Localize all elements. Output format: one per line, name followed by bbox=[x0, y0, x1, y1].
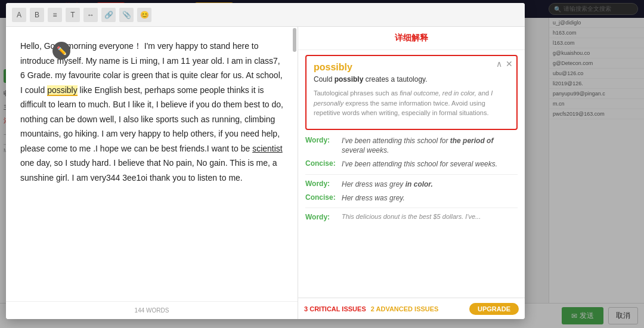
concise-label-2: Concise: bbox=[305, 193, 338, 202]
toolbar-btn-7[interactable]: 📎 bbox=[119, 8, 134, 22]
possibly-card: ∧ ✕ possibly Could possibly creates a ta… bbox=[305, 55, 518, 130]
modal-body: Hello, Good morning everyone！ I'm very h… bbox=[6, 27, 525, 319]
example-phrase-1: final outcome, red in color, bbox=[400, 89, 476, 97]
modal-toolbar: A B ≡ T ↔ 🔗 📎 😊 bbox=[6, 3, 525, 27]
pen-icon: ✏️ bbox=[52, 42, 70, 60]
bold-phrase-2: in color. bbox=[405, 180, 433, 188]
grammar-panel-title: 详细解释 bbox=[298, 27, 525, 50]
grammar-content: ∧ ✕ possibly Could possibly creates a ta… bbox=[298, 50, 525, 298]
example-row-4: Concise: Her dress was grey. bbox=[305, 193, 518, 203]
example-row-3: Wordy: Her dress was grey in color. bbox=[305, 180, 518, 190]
grammar-panel: 详细解释 ∧ ✕ possibly Could possibly creates… bbox=[298, 27, 525, 319]
example-row-5: Wordy: This delicious donut is the best … bbox=[305, 213, 518, 221]
modal-overlay: A B ≡ T ↔ 🔗 📎 😊 Hello, Good morning ever… bbox=[0, 0, 644, 328]
example-text-5: This delicious donut is the best $5 doll… bbox=[342, 213, 481, 220]
critical-issues-badge: 3 CRITICAL ISSUES bbox=[304, 305, 366, 312]
word-count-bar: 144 WORDS bbox=[6, 301, 298, 319]
example-text-3: Her dress was grey in color. bbox=[342, 180, 433, 190]
example-row-2: Concise: I've been attending this school… bbox=[305, 159, 518, 169]
wordy-label-2: Wordy: bbox=[305, 180, 338, 188]
section-divider-2 bbox=[305, 208, 518, 208]
email-text-content: Hello, Good morning everyone！ I'm very h… bbox=[20, 39, 283, 185]
grammar-footer: 3 CRITICAL ISSUES 2 ADVANCED ISSUES UPGR… bbox=[298, 298, 525, 319]
upgrade-button[interactable]: UPGRADE bbox=[469, 303, 519, 315]
explanation-text: Tautological phrases such as final outco… bbox=[314, 88, 509, 118]
card-expand-button[interactable]: ∧ bbox=[496, 60, 502, 68]
tautology-prefix: Could bbox=[314, 75, 335, 83]
tautology-bold-word: possibly bbox=[335, 75, 364, 83]
wordy-label-3: Wordy: bbox=[305, 213, 338, 221]
example-text-1: I've been attending this school for the … bbox=[342, 136, 518, 156]
example-text-2: I've been attending this school for seve… bbox=[342, 159, 497, 169]
toolbar-btn-8[interactable]: 😊 bbox=[137, 8, 151, 22]
underlined-word: scientist bbox=[252, 144, 283, 153]
toolbar-btn-6[interactable]: 🔗 bbox=[101, 8, 116, 22]
card-close-button[interactable]: ✕ bbox=[506, 60, 513, 68]
toolbar-btn-2[interactable]: B bbox=[30, 8, 44, 22]
example-text-4: Her dress was grey. bbox=[342, 193, 405, 203]
text-editing-area[interactable]: Hello, Good morning everyone！ I'm very h… bbox=[6, 27, 298, 319]
toolbar-btn-4[interactable]: T bbox=[66, 8, 80, 22]
toolbar-btn-3[interactable]: ≡ bbox=[48, 8, 62, 22]
example-row-1: Wordy: I've been attending this school f… bbox=[305, 136, 518, 156]
wordy-label-1: Wordy: bbox=[305, 136, 338, 144]
highlighted-word: possibly bbox=[47, 85, 78, 96]
bold-phrase-1: the period of bbox=[450, 137, 494, 145]
tautology-suffix: creates a tautology. bbox=[363, 75, 427, 83]
toolbar-btn-1[interactable]: A bbox=[12, 8, 26, 22]
section-divider-1 bbox=[305, 174, 518, 175]
possibly-word-display: possibly bbox=[314, 62, 509, 73]
toolbar-btn-5[interactable]: ↔ bbox=[83, 8, 98, 22]
advanced-issues-badge: 2 ADVANCED ISSUES bbox=[371, 305, 439, 312]
tautology-description: Could possibly creates a tautology. bbox=[314, 75, 509, 83]
modal-container: A B ≡ T ↔ 🔗 📎 😊 Hello, Good morning ever… bbox=[6, 3, 525, 319]
scrollbar-thumb bbox=[293, 28, 296, 52]
concise-label-1: Concise: bbox=[305, 159, 338, 168]
